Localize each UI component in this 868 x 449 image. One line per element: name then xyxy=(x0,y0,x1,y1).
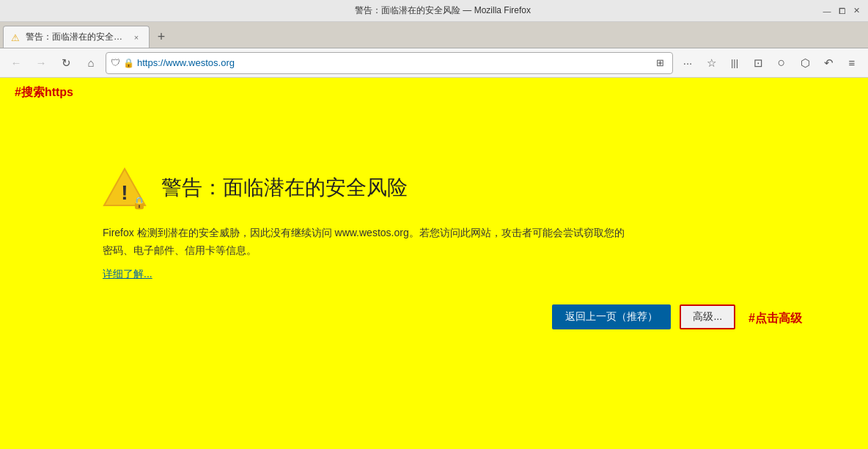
advanced-button[interactable]: 高级... xyxy=(680,304,735,329)
warning-body: Firefox 检测到潜在的安全威胁，因此没有继续访问 www.westos.o… xyxy=(103,224,630,282)
address-bar[interactable]: 🛡 🔒 ⊞ xyxy=(106,52,673,74)
synced-tabs-button[interactable]: ||| xyxy=(724,53,745,73)
shield-icon: 🛡 xyxy=(111,57,120,68)
home-button[interactable]: ⌂ xyxy=(81,53,101,73)
more-button[interactable]: ··· xyxy=(677,53,698,73)
forward-button[interactable]: → xyxy=(31,53,51,73)
warning-text-line2: 密码、电子邮件、信用卡等信息。 xyxy=(103,244,257,256)
tab-title: 警告：面临潜在的安全风险 xyxy=(26,31,127,43)
menu-button[interactable]: ≡ xyxy=(842,53,862,73)
tab-close-button[interactable]: × xyxy=(131,32,141,43)
bookmark-button[interactable]: ☆ xyxy=(701,53,721,73)
tabbar: ⚠ 警告：面临潜在的安全风险 × + xyxy=(0,22,868,48)
close-button[interactable]: ✕ xyxy=(850,5,862,17)
warning-text-line1: Firefox 检测到潜在的安全威胁，因此没有继续访问 www.westos.o… xyxy=(103,227,625,238)
warning-container: ! 🔒 警告：面临潜在的安全风险 Firefox 检测到潜在的安全威胁，因此没有… xyxy=(103,166,831,329)
browser-window: 警告：面临潜在的安全风险 — Mozilla Firefox — ⧠ ✕ ⚠ 警… xyxy=(0,0,868,449)
warning-title: 警告：面临潜在的安全风险 xyxy=(161,174,408,202)
titlebar: 警告：面临潜在的安全风险 — Mozilla Firefox — ⧠ ✕ xyxy=(0,0,868,22)
restore-button[interactable]: ⧠ xyxy=(836,5,847,17)
minimize-button[interactable]: — xyxy=(821,5,833,17)
lock-icon: 🔒 xyxy=(123,58,134,68)
warning-triangle-icon: ! 🔒 xyxy=(103,166,147,210)
window-controls: — ⧠ ✕ xyxy=(821,5,862,17)
navbar: ← → ↻ ⌂ 🛡 🔒 ⊞ ··· ☆ ||| ⊡ ○ ⬡ ↶ ≡ xyxy=(0,48,868,78)
tab-favicon-icon: ⚠ xyxy=(11,32,21,43)
navbar-right: ··· ☆ ||| ⊡ ○ ⬡ ↶ ≡ xyxy=(677,53,862,73)
active-tab[interactable]: ⚠ 警告：面临潜在的安全风险 × xyxy=(3,26,150,48)
reload-button[interactable]: ↻ xyxy=(56,53,76,73)
search-button[interactable]: ⊞ xyxy=(652,55,668,71)
learn-more-link[interactable]: 详细了解... xyxy=(103,266,152,283)
search-hint-annotation: #搜索https xyxy=(15,85,73,101)
account-button[interactable]: ○ xyxy=(771,53,792,73)
back-recommended-button[interactable]: 返回上一页（推荐） xyxy=(552,304,671,329)
url-input[interactable] xyxy=(137,57,649,68)
warning-header: ! 🔒 警告：面临潜在的安全风险 xyxy=(103,166,831,210)
back-button[interactable]: ← xyxy=(6,53,26,73)
click-hint-annotation: #点击高级 xyxy=(749,311,802,329)
undo-button[interactable]: ↶ xyxy=(818,53,839,73)
page-content: #搜索https ! 🔒 警告：面临潜在的安全风险 Firefox 检测到潜在的… xyxy=(0,78,868,449)
container-button[interactable]: ⊡ xyxy=(748,53,768,73)
action-area: 返回上一页（推荐） 高级... #点击高级 xyxy=(103,304,831,329)
svg-text:!: ! xyxy=(121,181,128,204)
extensions-button[interactable]: ⬡ xyxy=(795,53,815,73)
window-title: 警告：面临潜在的安全风险 — Mozilla Firefox xyxy=(65,4,821,17)
new-tab-button[interactable]: + xyxy=(152,28,170,45)
search-icon: ⊞ xyxy=(656,57,664,68)
